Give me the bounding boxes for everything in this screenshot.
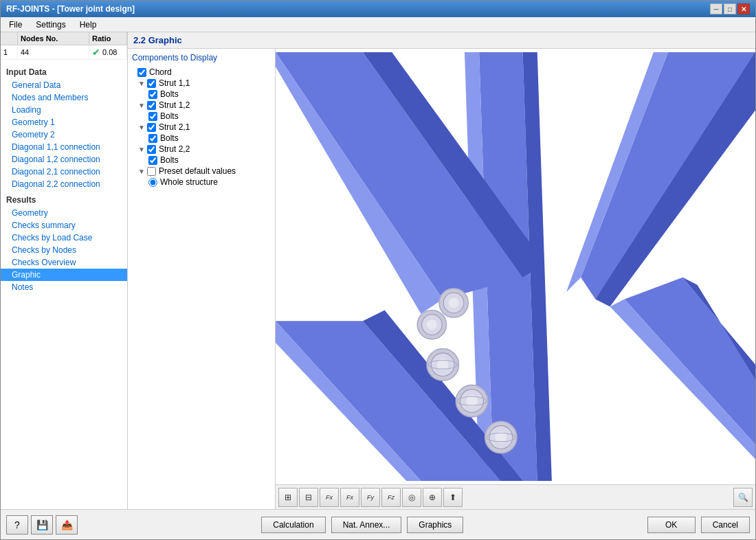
nav-diagonal12[interactable]: Diagonal 1,2 connection: [1, 153, 127, 166]
bolts22-label: Bolts: [160, 155, 179, 165]
graphic-area: ⊞ ⊟ Fx Fx Fy Fz: [276, 49, 755, 509]
cell-id: 1: [1, 45, 18, 59]
save-button[interactable]: 💾: [31, 515, 53, 535]
tree-chord[interactable]: Chord: [137, 67, 271, 78]
close-button[interactable]: ✕: [737, 3, 750, 14]
col-header-nodes: Nodes No.: [18, 32, 89, 45]
nav-geometry1[interactable]: Geometry 1: [1, 116, 127, 128]
bolts11-label: Bolts: [160, 89, 179, 99]
right-panel: 2.2 Graphic Components to Display Chord …: [128, 32, 755, 509]
components-title: Components to Display: [132, 53, 271, 63]
check-icon: ✔: [92, 47, 100, 58]
strut12-checkbox[interactable]: [147, 101, 156, 110]
graphics-button[interactable]: Graphics: [407, 517, 463, 533]
svg-point-33: [427, 319, 437, 330]
nav-tree: Input Data General Data Nodes and Member…: [1, 60, 127, 509]
title-bar: RF-JOINTS - [Tower joint design] ─ □ ✕: [1, 1, 755, 17]
nav-nodes-members[interactable]: Nodes and Members: [1, 91, 127, 104]
nav-checks-nodes[interactable]: Checks by Nodes: [1, 244, 127, 256]
nav-graphic[interactable]: Graphic: [1, 269, 127, 281]
nav-loading[interactable]: Loading: [1, 104, 127, 116]
col-header-ratio: Ratio: [89, 32, 127, 45]
cancel-button[interactable]: Cancel: [701, 517, 750, 533]
nav-checks-load-case[interactable]: Checks by Load Case: [1, 232, 127, 244]
table-row[interactable]: 1 44 ✔ 0.08: [1, 45, 127, 60]
bolts12-checkbox[interactable]: [148, 112, 157, 121]
tool-fx[interactable]: Fx: [320, 488, 339, 507]
maximize-button[interactable]: □: [724, 3, 736, 14]
tree-strut11[interactable]: ▼ Strut 1,1: [137, 78, 271, 89]
strut22-label: Strut 2,2: [159, 144, 190, 154]
bolts21-label: Bolts: [160, 133, 179, 143]
cell-ratio: ✔ 0.08: [89, 45, 127, 59]
window-controls: ─ □ ✕: [710, 3, 750, 14]
tool-fx2[interactable]: Fx: [340, 488, 359, 507]
svg-point-30: [449, 297, 459, 308]
nav-geometry2[interactable]: Geometry 2: [1, 128, 127, 141]
nav-checks-summary[interactable]: Checks summary: [1, 219, 127, 232]
tool-fy[interactable]: Fy: [361, 488, 380, 507]
menu-file[interactable]: File: [3, 19, 27, 31]
panel-body: Components to Display Chord ▼ Strut 1,1 …: [128, 49, 755, 509]
bolts22-checkbox[interactable]: [148, 156, 157, 165]
bottom-toolbar: ⊞ ⊟ Fx Fx Fy Fz: [276, 484, 755, 509]
main-window: RF-JOINTS - [Tower joint design] ─ □ ✕ F…: [0, 0, 756, 540]
strut21-checkbox[interactable]: [147, 123, 156, 132]
menu-settings[interactable]: Settings: [30, 19, 71, 31]
help-button[interactable]: ?: [6, 515, 28, 535]
table-header: Nodes No. Ratio: [1, 32, 127, 45]
tree-bolts-12[interactable]: Bolts: [148, 111, 271, 122]
strut22-checkbox[interactable]: [147, 145, 156, 154]
whole-structure-radio[interactable]: [148, 178, 157, 187]
nav-general-data[interactable]: General Data: [1, 79, 127, 91]
tree-bolts-22[interactable]: Bolts: [148, 155, 271, 166]
nav-checks-overview[interactable]: Checks Overview: [1, 256, 127, 269]
menu-bar: File Settings Help: [1, 17, 755, 32]
bottom-left-buttons: ? 💾 📤: [6, 515, 78, 535]
nav-notes[interactable]: Notes: [1, 281, 127, 293]
left-panel: Nodes No. Ratio 1 44 ✔ 0.08 Input Data G…: [1, 32, 128, 509]
export-button[interactable]: 📤: [56, 515, 78, 535]
whole-structure-label: Whole structure: [160, 177, 218, 187]
tree-strut21[interactable]: ▼ Strut 2,1: [137, 122, 271, 133]
bolts11-checkbox[interactable]: [148, 90, 157, 99]
nav-diagonal22[interactable]: Diagonal 2,2 connection: [1, 178, 127, 190]
tree-strut12[interactable]: ▼ Strut 1,2: [137, 100, 271, 111]
tool-zoom[interactable]: ⊟: [299, 488, 318, 507]
preset-expand[interactable]: ▼: [137, 167, 146, 175]
nav-geometry[interactable]: Geometry: [1, 207, 127, 219]
col-header-id: [1, 32, 18, 45]
menu-help[interactable]: Help: [74, 19, 102, 31]
strut12-expand[interactable]: ▼: [137, 101, 146, 109]
nav-diagonal11[interactable]: Diagonal 1,1 connection: [1, 141, 127, 153]
strut21-expand[interactable]: ▼: [137, 123, 146, 131]
bolts21-checkbox[interactable]: [148, 134, 157, 143]
tool-orbit[interactable]: ◎: [402, 488, 421, 507]
panel-title: 2.2 Graphic: [128, 32, 755, 49]
bottom-right-buttons: OK Cancel: [647, 517, 750, 533]
tool-info[interactable]: 🔍: [733, 488, 753, 507]
preset-checkbox[interactable]: [147, 167, 156, 176]
graphic-canvas[interactable]: [276, 49, 755, 484]
bolts12-label: Bolts: [160, 111, 179, 121]
minimize-button[interactable]: ─: [710, 3, 722, 14]
ok-button[interactable]: OK: [647, 517, 696, 533]
tree-preset[interactable]: ▼ Preset default values: [137, 166, 271, 177]
tree-bolts-11[interactable]: Bolts: [148, 89, 271, 100]
strut12-label: Strut 1,2: [159, 100, 190, 110]
strut11-expand[interactable]: ▼: [137, 79, 146, 87]
tree-whole-structure[interactable]: Whole structure: [148, 177, 271, 188]
tool-pan[interactable]: ⊞: [278, 488, 298, 507]
calculation-button[interactable]: Calculation: [261, 517, 325, 533]
tree-strut22[interactable]: ▼ Strut 2,2: [137, 144, 271, 155]
tree-bolts-21[interactable]: Bolts: [148, 133, 271, 144]
tool-fit[interactable]: ⊕: [423, 488, 442, 507]
nat-annex-button[interactable]: Nat. Annex...: [331, 517, 402, 533]
tool-export[interactable]: ⬆: [443, 488, 463, 507]
window-title: RF-JOINTS - [Tower joint design]: [6, 4, 135, 14]
strut22-expand[interactable]: ▼: [137, 145, 146, 153]
nav-diagonal21[interactable]: Diagonal 2,1 connection: [1, 166, 127, 178]
chord-checkbox[interactable]: [137, 68, 146, 77]
strut11-checkbox[interactable]: [147, 79, 156, 88]
tool-fz[interactable]: Fz: [381, 488, 401, 507]
